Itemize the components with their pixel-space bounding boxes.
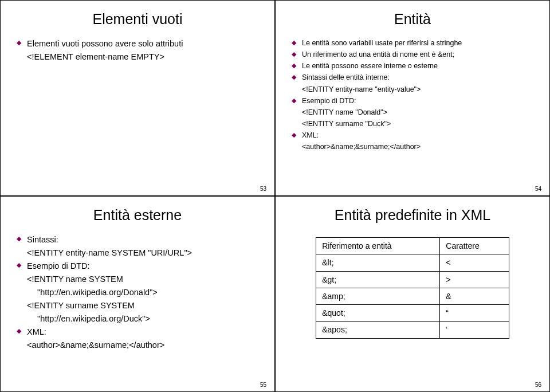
table-row: &apos; ‘ xyxy=(316,322,509,338)
code-line: <!ENTITY surname "Duck"> xyxy=(292,119,533,129)
slide-55: Entità esterne Sintassi: <!ENTITY entity… xyxy=(0,196,275,392)
slide-56: Entità predefinite in XML Riferimento a … xyxy=(275,196,550,392)
table-cell: &amp; xyxy=(316,288,440,304)
code-line: <author>&name;&surname;</author> xyxy=(17,339,258,351)
table-header-cell: Riferimento a entità xyxy=(316,238,440,254)
slide-content: Sintassi: <!ENTITY entity-name SYSTEM "U… xyxy=(17,234,258,352)
table-row: &quot; “ xyxy=(316,305,509,322)
code-line: "http://en.wikipedia.org/Duck"> xyxy=(17,313,258,325)
table-cell: < xyxy=(440,254,509,271)
bullet: XML: xyxy=(292,130,533,140)
code-line: <!ENTITY entity-name SYSTEM "URI/URL"> xyxy=(17,247,258,259)
table-row: Riferimento a entità Carattere xyxy=(316,238,509,254)
code-line: <!ENTITY name "Donald"> xyxy=(292,107,533,117)
slide-content: Elementi vuoti possono avere solo attrib… xyxy=(17,38,258,64)
entity-table: Riferimento a entità Carattere &lt; < &g… xyxy=(316,237,509,339)
slide-grid: Elementi vuoti Elementi vuoti possono av… xyxy=(0,0,550,392)
code-line: <!ENTITY entity-name "entity-value"> xyxy=(292,84,533,95)
slide-title: Entità esterne xyxy=(17,207,258,224)
page-number: 55 xyxy=(260,382,266,388)
bullet: Le entità sono variabili usate per rifer… xyxy=(292,38,533,48)
bullet: Sintassi: xyxy=(17,234,258,246)
table-cell: &gt; xyxy=(316,271,440,288)
code-line: <!ENTITY surname SYSTEM xyxy=(17,300,258,312)
table-cell: > xyxy=(440,271,509,288)
slide-content: Le entità sono variabili usate per rifer… xyxy=(292,38,533,153)
bullet: Un riferimento ad una entità di nome ent… xyxy=(292,49,533,60)
page-number: 54 xyxy=(535,186,541,192)
bullet: Le entità possono essere interne o ester… xyxy=(292,61,533,71)
slide-content: Riferimento a entità Carattere &lt; < &g… xyxy=(292,234,533,339)
table-cell: & xyxy=(440,288,509,304)
bullet: Esempio di DTD: xyxy=(292,96,533,106)
code-line: <author>&name;&surname;</author> xyxy=(292,142,533,152)
slide-54: Entità Le entità sono variabili usate pe… xyxy=(275,0,550,196)
table-header-cell: Carattere xyxy=(440,238,509,254)
table-cell: &apos; xyxy=(316,322,440,338)
code-line: <!ENTITY name SYSTEM xyxy=(17,273,258,285)
bullet: Esempio di DTD: xyxy=(17,260,258,272)
table-row: &amp; & xyxy=(316,288,509,304)
slide-title: Entità xyxy=(292,11,533,28)
table-row: &gt; > xyxy=(316,271,509,288)
page-number: 56 xyxy=(535,382,541,388)
bullet: XML: xyxy=(17,326,258,338)
slide-53: Elementi vuoti Elementi vuoti possono av… xyxy=(0,0,275,196)
table-cell: &quot; xyxy=(316,305,440,322)
code-line: <!ELEMENT element-name EMPTY> xyxy=(17,51,258,63)
table-cell: ‘ xyxy=(440,322,509,338)
table-cell: “ xyxy=(440,305,509,322)
bullet: Elementi vuoti possono avere solo attrib… xyxy=(17,38,258,50)
page-number: 53 xyxy=(260,186,266,192)
code-line: "http://en.wikipedia.org/Donald"> xyxy=(17,287,258,299)
slide-title: Entità predefinite in XML xyxy=(292,207,533,224)
table-row: &lt; < xyxy=(316,254,509,271)
table-cell: &lt; xyxy=(316,254,440,271)
slide-title: Elementi vuoti xyxy=(17,11,258,28)
bullet: Sintassi delle entità interne: xyxy=(292,72,533,83)
